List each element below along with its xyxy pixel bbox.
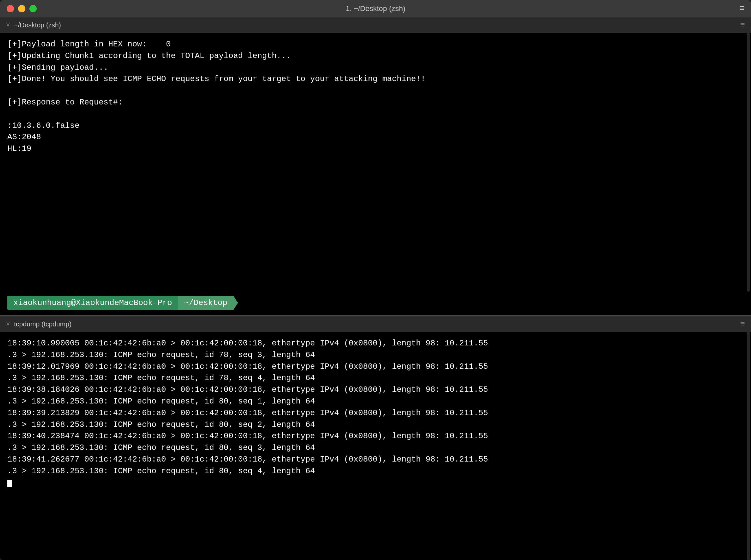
- top-pane-menu-icon[interactable]: ≡: [740, 21, 745, 30]
- terminal-line: 18:39:10.990005 00:1c:42:42:6b:a0 > 00:1…: [7, 338, 744, 349]
- title-bar-menu-icon[interactable]: ≡: [739, 4, 744, 14]
- terminal-line: .3 > 192.168.253.130: ICMP echo request,…: [7, 442, 744, 454]
- terminal-line: .3 > 192.168.253.130: ICMP echo request,…: [7, 419, 744, 431]
- bottom-pane-tab-label: tcpdump (tcpdump): [14, 320, 72, 328]
- bottom-pane-content: 18:39:10.990005 00:1c:42:42:6b:a0 > 00:1…: [0, 332, 751, 560]
- terminal-line: [+]Done! You should see ICMP ECHO reques…: [7, 74, 744, 85]
- bottom-pane: × tcpdump (tcpdump) ≡ 18:39:10.990005 00…: [0, 316, 751, 560]
- terminal-line: AS:2048: [7, 132, 744, 143]
- terminal-line: 18:39:12.017969 00:1c:42:42:6b:a0 > 00:1…: [7, 361, 744, 373]
- bottom-pane-tab-bar: × tcpdump (tcpdump) ≡: [0, 316, 751, 332]
- prompt-area: xiaokunhuang@XiaokundeMacBook-Pro ~/Desk…: [0, 292, 751, 315]
- top-pane-close-icon[interactable]: ×: [6, 21, 10, 29]
- terminal-line: 18:39:38.184026 00:1c:42:42:6b:a0 > 00:1…: [7, 384, 744, 396]
- prompt-username: xiaokunhuang@XiaokundeMacBook-Pro: [7, 296, 178, 310]
- terminal-line: HL:19: [7, 143, 744, 155]
- minimize-button[interactable]: [18, 5, 25, 12]
- prompt-path: ~/Desktop: [178, 296, 238, 310]
- terminal-cursor: [7, 480, 12, 487]
- top-pane-scrollbar[interactable]: [747, 33, 750, 292]
- terminal-line: .3 > 192.168.253.130: ICMP echo request,…: [7, 396, 744, 407]
- terminal-window: 1. ~/Desktop (zsh) ≡ × ~/Desktop (zsh) ≡…: [0, 0, 751, 560]
- top-pane-content: [+]Payload length in HEX now: 0 [+]Updat…: [0, 33, 751, 292]
- close-button[interactable]: [7, 5, 14, 12]
- terminal-line: :10.3.6.0.false: [7, 120, 744, 132]
- window-title: 1. ~/Desktop (zsh): [345, 4, 405, 13]
- terminal-line: [+]Updating Chunk1 according to the TOTA…: [7, 51, 744, 62]
- terminal-line: [+]Sending payload...: [7, 62, 744, 74]
- maximize-button[interactable]: [29, 5, 37, 12]
- top-pane-tab-label: ~/Desktop (zsh): [14, 21, 61, 29]
- terminal-line: 18:39:40.238474 00:1c:42:42:6b:a0 > 00:1…: [7, 431, 744, 442]
- top-pane: × ~/Desktop (zsh) ≡ [+]Payload length in…: [0, 17, 751, 315]
- top-pane-tab-bar: × ~/Desktop (zsh) ≡: [0, 17, 751, 33]
- bottom-pane-menu-icon[interactable]: ≡: [740, 320, 745, 329]
- terminal-line-empty: [7, 85, 744, 97]
- terminal-line: 18:39:41.262677 00:1c:42:42:6b:a0 > 00:1…: [7, 454, 744, 465]
- terminal-line: .3 > 192.168.253.130: ICMP echo request,…: [7, 465, 744, 477]
- title-bar-buttons: [7, 5, 37, 12]
- bottom-pane-close-icon[interactable]: ×: [6, 320, 10, 328]
- terminal-line: 18:39:39.213829 00:1c:42:42:6b:a0 > 00:1…: [7, 407, 744, 419]
- title-bar: 1. ~/Desktop (zsh) ≡: [0, 0, 751, 17]
- terminal-cursor-line: [7, 477, 744, 489]
- bottom-pane-scrollbar[interactable]: [747, 332, 750, 560]
- terminal-line: [+]Payload length in HEX now: 0: [7, 39, 744, 51]
- terminal-line: [+]Response to Request#:: [7, 97, 744, 108]
- terminal-line-empty: [7, 108, 744, 120]
- terminal-line: .3 > 192.168.253.130: ICMP echo request,…: [7, 373, 744, 384]
- terminal-line: .3 > 192.168.253.130: ICMP echo request,…: [7, 349, 744, 361]
